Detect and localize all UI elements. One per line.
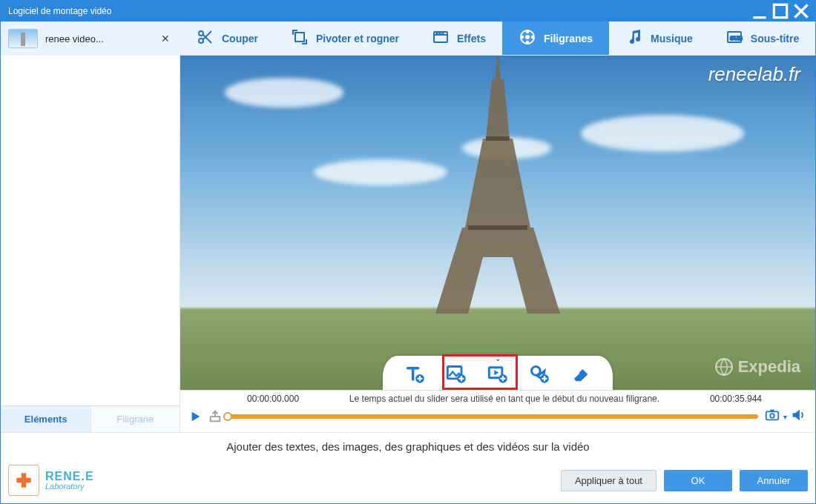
- svg-point-16: [527, 31, 528, 33]
- cloud-shape: [225, 78, 343, 107]
- video-preview[interactable]: reneelab.fr Expedia ⌄: [180, 56, 815, 390]
- apply-all-button[interactable]: Appliquer à tout: [561, 470, 657, 491]
- svg-point-12: [439, 33, 441, 34]
- footer-message: Ajouter des textes, des images, des grap…: [1, 433, 815, 460]
- sidebar-tab-watermark[interactable]: Filigrane: [91, 406, 180, 432]
- image-plus-icon: [446, 364, 467, 385]
- subtitle-icon: SUB: [725, 28, 743, 48]
- timeline-slider[interactable]: [228, 414, 758, 419]
- cancel-button[interactable]: Annuler: [740, 470, 808, 491]
- svg-point-34: [770, 414, 774, 418]
- text-plus-icon: [404, 364, 425, 385]
- sidebar-tabs: Eléments Filigrane: [1, 405, 180, 432]
- add-video-button[interactable]: ⌄: [485, 362, 510, 387]
- chevron-down-icon: ⌄: [495, 354, 501, 362]
- effects-icon: [432, 28, 450, 48]
- watermark-action-tray: ⌄: [383, 356, 613, 390]
- titlebar: Logiciel de montage vidéo: [1, 1, 815, 21]
- main-area: reneelab.fr Expedia ⌄: [180, 56, 815, 432]
- brand-name: RENE.E: [45, 471, 94, 483]
- maximize-button[interactable]: [771, 4, 790, 19]
- vendor-watermark-text: Expedia: [738, 357, 800, 377]
- video-plus-icon: [487, 364, 508, 385]
- brand-subtitle: Laboratory: [45, 483, 94, 491]
- export-frame-button[interactable]: [208, 410, 222, 423]
- timeline-panel: 00:00:00.000 Le temps actuel du slider s…: [180, 390, 815, 432]
- tool-label: Effets: [457, 33, 486, 44]
- window-title: Logiciel de montage vidéo: [8, 6, 748, 16]
- app-window: Logiciel de montage vidéo renee video...…: [0, 0, 816, 504]
- toolbar-row: renee video... ✕ Couper Pivoter et rogne…: [1, 21, 815, 56]
- volume-button[interactable]: [790, 407, 806, 426]
- slider-knob[interactable]: [223, 412, 232, 421]
- svg-rect-33: [766, 411, 779, 420]
- file-tab[interactable]: renee video... ✕: [1, 21, 180, 56]
- add-image-button[interactable]: [444, 362, 469, 387]
- erase-button[interactable]: [568, 362, 593, 387]
- globe-icon: [714, 357, 734, 377]
- tool-watermark[interactable]: Filigranes: [502, 21, 609, 55]
- svg-rect-1: [774, 4, 786, 17]
- file-tab-label: renee video...: [45, 33, 158, 44]
- timeline-start-time: 00:00:00.000: [247, 394, 299, 404]
- svg-point-17: [527, 42, 528, 43]
- vendor-watermark: Expedia: [714, 357, 800, 377]
- tool-subtitle[interactable]: SUB Sous-titre: [709, 21, 815, 55]
- svg-text:SUB: SUB: [730, 35, 743, 42]
- tool-label: Pivoter et rogner: [316, 33, 399, 44]
- eiffel-tower-shape: [416, 56, 579, 316]
- svg-point-4: [199, 31, 203, 36]
- svg-rect-8: [295, 33, 304, 42]
- rotate-crop-icon: [291, 28, 309, 48]
- sidebar: Eléments Filigrane: [1, 56, 180, 432]
- tool-music[interactable]: Musique: [609, 21, 709, 55]
- tool-label: Filigranes: [544, 33, 593, 44]
- watermark-icon: [519, 28, 536, 48]
- tool-label: Couper: [222, 33, 258, 44]
- add-text-button[interactable]: [402, 362, 427, 387]
- minimize-button[interactable]: [750, 4, 769, 19]
- scissors-icon: [197, 28, 214, 48]
- snapshot-button[interactable]: [764, 407, 780, 426]
- svg-point-19: [532, 36, 533, 38]
- timeline-end-time: 00:00:35.944: [710, 394, 762, 404]
- svg-point-11: [436, 33, 438, 34]
- svg-rect-37: [16, 478, 31, 483]
- svg-point-18: [521, 36, 523, 38]
- snapshot-dropdown-icon[interactable]: ▾: [783, 413, 787, 421]
- video-thumbnail-icon: [8, 29, 38, 48]
- play-button[interactable]: [189, 410, 203, 423]
- cloud-shape: [581, 115, 744, 152]
- brand: RENE.E Laboratory: [8, 465, 553, 496]
- body: Eléments Filigrane reneelab.fr Ex: [1, 56, 815, 432]
- svg-point-13: [442, 33, 444, 34]
- main-toolbar: Couper Pivoter et rogner Effets Filigran…: [180, 21, 815, 55]
- tool-label: Musique: [651, 33, 693, 44]
- svg-rect-35: [770, 410, 774, 412]
- tool-rotate-crop[interactable]: Pivoter et rogner: [274, 21, 415, 55]
- tool-effects[interactable]: Effets: [415, 21, 502, 55]
- brand-logo-icon: [8, 465, 39, 496]
- svg-point-15: [526, 36, 529, 39]
- site-watermark-text: reneelab.fr: [708, 63, 800, 86]
- tool-cut[interactable]: Couper: [180, 21, 274, 55]
- svg-point-5: [199, 39, 203, 43]
- shape-plus-icon: [529, 364, 550, 385]
- close-button[interactable]: [792, 4, 811, 19]
- svg-rect-32: [211, 417, 220, 421]
- timeline-hint: Le temps actuel du slider sera utilisé e…: [306, 394, 703, 404]
- close-tab-icon[interactable]: ✕: [158, 31, 173, 46]
- music-icon: [625, 28, 643, 48]
- eraser-icon: [570, 364, 591, 385]
- add-shape-button[interactable]: [527, 362, 552, 387]
- footer: Ajouter des textes, des images, des grap…: [1, 432, 815, 503]
- sidebar-tab-elements[interactable]: Eléments: [1, 406, 91, 432]
- ok-button[interactable]: OK: [664, 470, 732, 491]
- sidebar-list: [1, 56, 180, 405]
- tool-label: Sous-titre: [751, 33, 799, 44]
